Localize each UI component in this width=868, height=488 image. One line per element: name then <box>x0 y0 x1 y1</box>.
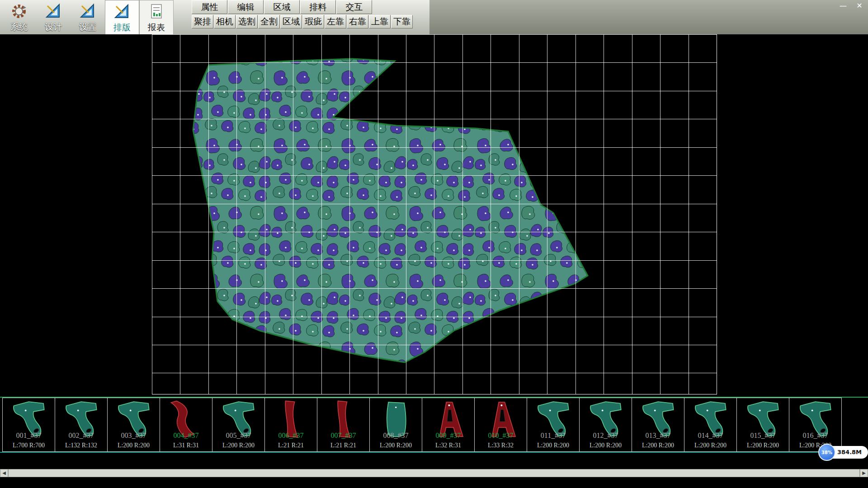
app-tab-label: 设置 <box>79 21 96 33</box>
part-name: 012_#37 <box>580 432 632 440</box>
app-tab-report[interactable]: 报表 <box>139 0 174 34</box>
part-lr-label: L:200 R:200 <box>737 442 789 449</box>
menu-bottom-button-8[interactable]: 上靠 <box>369 15 391 28</box>
part-name: 010_#37 <box>475 432 527 440</box>
part-cell-011_#37[interactable]: 011_#37 L:200 R:200 <box>527 398 580 452</box>
part-cell-003_#37[interactable]: 003_#37 L:200 R:200 <box>107 398 160 452</box>
part-lr-label: L:32 R:31 <box>422 442 474 449</box>
scrollbar-thumb[interactable] <box>8 469 860 477</box>
app-tab-nesting[interactable]: 排版 <box>105 0 139 34</box>
menu-top-button-0[interactable]: 属性 <box>192 0 227 14</box>
menu-row-bottom: 聚排相机选割全割区域瑕疵左靠右靠上靠下靠 <box>192 14 413 28</box>
part-name: 016_#37 <box>789 432 841 440</box>
menu-area: 属性编辑区域排料交互 聚排相机选割全割区域瑕疵左靠右靠上靠下靠 <box>192 0 413 28</box>
scroll-right-arrow-icon[interactable]: ▶ <box>860 469 868 477</box>
menu-bottom-button-6[interactable]: 左靠 <box>325 15 346 28</box>
part-lr-label: L:700 R:700 <box>3 442 55 449</box>
progress-circle: 38% <box>818 444 835 461</box>
menu-bottom-button-2[interactable]: 选割 <box>236 15 258 28</box>
app-tab-label: 系统 <box>10 21 28 33</box>
part-cell-001_#37[interactable]: 001_#37 L:700 R:700 <box>2 398 55 452</box>
part-lr-label: L:132 R:132 <box>55 442 107 449</box>
part-lr-label: L:21 R:21 <box>265 442 317 449</box>
close-button[interactable]: ✕ <box>854 1 865 11</box>
part-cell-008_#37[interactable]: 008_#37 L:200 R:200 <box>369 398 422 452</box>
app-tab-label: 报表 <box>148 22 165 33</box>
hide-drawing <box>0 34 868 397</box>
part-name: 014_#37 <box>684 432 736 440</box>
menu-top-button-4[interactable]: 交互 <box>336 0 372 14</box>
report-document-icon <box>147 3 165 21</box>
part-cell-004_#37[interactable]: 004_#37 L:31 R:31 <box>160 398 212 452</box>
part-lr-label: L:31 R:31 <box>160 442 212 449</box>
menu-bottom-button-1[interactable]: 相机 <box>214 15 236 28</box>
menu-bottom-button-0[interactable]: 聚排 <box>192 15 213 28</box>
part-name: 006_#37 <box>265 432 317 440</box>
part-cell-007_#37[interactable]: 007_#37 L:21 R:21 <box>317 398 370 452</box>
part-cell-013_#37[interactable]: 013_#37 L:200 R:200 <box>632 398 684 452</box>
part-cell-006_#37[interactable]: 006_#37 L:21 R:21 <box>264 398 317 452</box>
hide-outline[interactable] <box>193 59 588 362</box>
status-badge: 38% 384.8M <box>818 444 868 461</box>
part-lr-label: L:200 R:200 <box>212 442 264 449</box>
app-tab-label: 排版 <box>113 22 131 33</box>
app-tabs: 系统 设计 设置 <box>2 0 174 34</box>
part-name: 001_#37 <box>3 432 55 440</box>
system-gear-icon <box>10 2 28 20</box>
part-lr-label: L:200 R:200 <box>684 442 736 449</box>
app-tab-system[interactable]: 系统 <box>2 0 36 34</box>
top-toolbar: 系统 设计 设置 <box>0 0 868 34</box>
part-lr-label: L:21 R:21 <box>317 442 369 449</box>
design-setsquare-icon <box>44 2 62 20</box>
application-window: 系统 设计 设置 <box>0 0 868 488</box>
part-name: 008_#37 <box>370 432 422 440</box>
part-name: 013_#37 <box>632 432 684 440</box>
part-name: 007_#37 <box>317 432 369 440</box>
part-cell-014_#37[interactable]: 014_#37 L:200 R:200 <box>684 398 737 452</box>
menu-bottom-button-9[interactable]: 下靠 <box>391 15 413 28</box>
app-tab-design[interactable]: 设计 <box>36 0 71 34</box>
scroll-left-arrow-icon[interactable]: ◀ <box>0 469 8 477</box>
menu-top-button-1[interactable]: 编辑 <box>228 0 264 14</box>
part-cell-010_#37[interactable]: 010_#37 L:33 R:32 <box>474 398 527 452</box>
menu-bottom-button-5[interactable]: 瑕疵 <box>302 15 324 28</box>
part-lr-label: L:200 R:200 <box>632 442 684 449</box>
part-cell-009_#37[interactable]: 009_#37 L:32 R:31 <box>422 398 475 452</box>
part-lr-label: L:200 R:200 <box>580 442 632 449</box>
minimize-button[interactable]: — <box>837 1 849 11</box>
part-cell-002_#37[interactable]: 002_#37 L:132 R:132 <box>55 398 108 452</box>
window-controls: — ✕ <box>837 1 865 11</box>
part-lr-label: L:200 R:200 <box>108 442 160 449</box>
part-name: 009_#37 <box>422 432 474 440</box>
horizontal-scrollbar[interactable]: ◀ ▶ <box>0 469 868 477</box>
part-cell-015_#37[interactable]: 015_#37 L:200 R:200 <box>736 398 789 452</box>
menu-bottom-button-4[interactable]: 区域 <box>280 15 302 28</box>
part-lr-label: L:33 R:32 <box>475 442 527 449</box>
part-lr-label: L:200 R:200 <box>370 442 422 449</box>
menu-row-top: 属性编辑区域排料交互 <box>192 0 413 14</box>
menu-top-button-3[interactable]: 排料 <box>300 0 336 14</box>
part-name: 015_#37 <box>737 432 789 440</box>
part-cell-005_#37[interactable]: 005_#37 L:200 R:200 <box>212 398 265 452</box>
parts-strip: 001_#37 L:700 R:700 002_#37 L:132 R:132 … <box>0 397 868 453</box>
settings-setsquare-icon <box>79 2 97 20</box>
menu-top-button-2[interactable]: 区域 <box>264 0 300 14</box>
part-lr-label: L:200 R:200 <box>527 442 579 449</box>
part-name: 004_#37 <box>160 432 212 440</box>
nesting-setsquare-icon <box>113 3 131 21</box>
app-tab-label: 设计 <box>45 21 62 33</box>
part-cell-012_#37[interactable]: 012_#37 L:200 R:200 <box>579 398 632 452</box>
part-name: 003_#37 <box>108 432 160 440</box>
part-name: 005_#37 <box>212 432 264 440</box>
part-name: 011_#37 <box>527 432 579 440</box>
app-tab-settings[interactable]: 设置 <box>71 0 105 34</box>
menu-bottom-button-3[interactable]: 全割 <box>258 15 280 28</box>
nesting-canvas[interactable] <box>0 34 868 397</box>
part-name: 002_#37 <box>55 432 107 440</box>
menu-bottom-button-7[interactable]: 右靠 <box>347 15 368 28</box>
